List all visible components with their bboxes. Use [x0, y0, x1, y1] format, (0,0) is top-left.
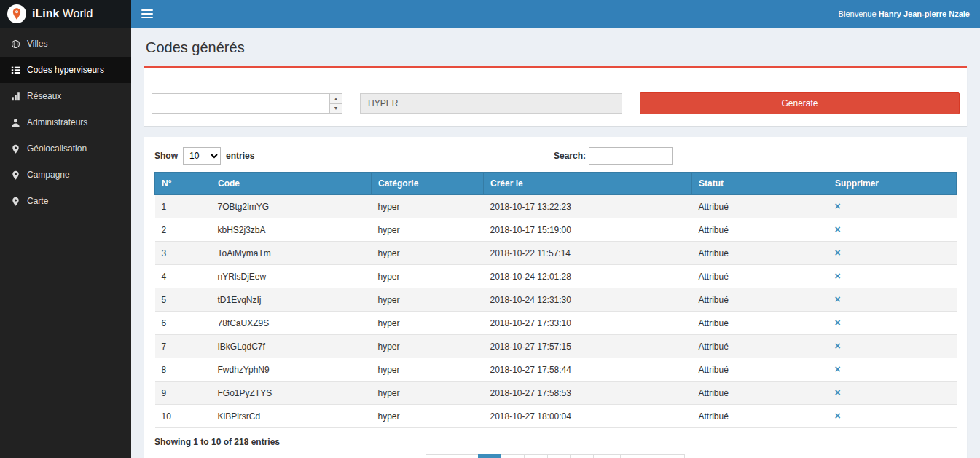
list-icon	[10, 66, 20, 75]
table-row: 1 7OBtg2lmYG hyper 2018-10-17 13:22:23 A…	[155, 195, 957, 218]
table-header-row: N° Code Catégorie Créer le Statut Suppri…	[155, 173, 957, 195]
delete-icon[interactable]: ×	[835, 410, 841, 422]
delete-icon[interactable]: ×	[835, 200, 841, 212]
code-count-stepper: ▲ ▼	[152, 93, 342, 114]
stepper-buttons: ▲ ▼	[329, 94, 342, 113]
map-marker-icon	[10, 197, 20, 206]
cell-category: hyper	[372, 405, 484, 428]
delete-icon[interactable]: ×	[835, 247, 841, 258]
delete-icon[interactable]: ×	[835, 224, 841, 235]
delete-icon[interactable]: ×	[835, 340, 841, 352]
cell-status: Attribué	[692, 242, 828, 265]
delete-icon[interactable]: ×	[835, 293, 841, 305]
generate-button[interactable]: Generate	[640, 92, 960, 114]
pagination-page-22[interactable]: 22	[620, 454, 648, 458]
search-input[interactable]	[589, 147, 673, 165]
delete-icon[interactable]: ×	[835, 363, 841, 375]
table-controls: Show 10 entries Search:	[154, 147, 957, 165]
table-row: 3 ToAiMymaTm hyper 2018-10-22 11:57:14 A…	[155, 242, 957, 265]
map-marker-icon	[10, 170, 20, 180]
cell-num: 2	[155, 218, 211, 242]
cell-code: FGo1PyZTYS	[211, 382, 372, 405]
sidebar-item-label: Villes	[27, 39, 47, 49]
cell-num: 5	[155, 288, 211, 312]
pagination-page-5[interactable]: 5	[570, 454, 594, 458]
category-input[interactable]	[360, 93, 622, 114]
cell-category: hyper	[372, 288, 484, 312]
table-row: 5 tD1EvqNzIj hyper 2018-10-24 12:31:30 A…	[155, 288, 957, 312]
cell-code: nYRlsDjEew	[211, 265, 372, 288]
sidebar-item-geolocalisation[interactable]: Géolocalisation	[0, 135, 131, 162]
content-column: Bienvenue Hanry Jean-pierre Nzale Codes …	[131, 0, 980, 458]
pagination: Previous12345…22Next	[426, 454, 685, 458]
delete-icon[interactable]: ×	[835, 270, 841, 282]
cell-category: hyper	[372, 265, 484, 288]
page-title: Codes générés	[146, 39, 967, 56]
cell-code: IBkGLqdC7f	[211, 335, 372, 358]
sidebar-item-carte[interactable]: Carte	[0, 188, 131, 214]
column-header-code: Code	[211, 173, 372, 195]
cell-category: hyper	[372, 382, 484, 405]
page-length-control: Show 10 entries	[154, 147, 254, 165]
cell-num: 10	[155, 405, 211, 428]
column-header-status: Statut	[692, 173, 828, 195]
pagination-previous-button[interactable]: Previous	[426, 454, 479, 458]
table-row: 8 FwdhzYphN9 hyper 2018-10-27 17:58:44 A…	[155, 358, 957, 382]
globe-icon	[10, 39, 20, 49]
sidebar-toggle-button[interactable]	[141, 9, 153, 18]
show-label: Show	[154, 151, 178, 161]
stepper-up-icon[interactable]: ▲	[330, 94, 342, 104]
cell-created: 2018-10-27 17:33:10	[484, 312, 692, 335]
cell-num: 6	[155, 312, 211, 335]
sidebar-item-campagne[interactable]: Campagne	[0, 162, 131, 188]
cell-created: 2018-10-17 13:22:23	[484, 195, 692, 218]
map-marker-icon	[10, 144, 20, 154]
pagination-page-4[interactable]: 4	[547, 454, 571, 458]
sidebar-item-villes[interactable]: Villes	[0, 31, 131, 57]
cell-category: hyper	[372, 358, 484, 382]
table-row: 9 FGo1PyZTYS hyper 2018-10-27 17:58:53 A…	[155, 382, 957, 405]
pagination-page-1[interactable]: 1	[478, 454, 502, 458]
cell-status: Attribué	[692, 382, 828, 405]
main-content: Codes générés ▲ ▼ Generate	[131, 28, 980, 458]
pagination-page-3[interactable]: 3	[524, 454, 548, 458]
top-navbar: Bienvenue Hanry Jean-pierre Nzale	[131, 0, 980, 28]
brand-title: iLink World	[32, 7, 93, 20]
cell-status: Attribué	[692, 312, 828, 335]
code-count-input[interactable]	[152, 93, 342, 114]
cell-created: 2018-10-24 12:01:28	[484, 265, 692, 288]
cell-category: hyper	[372, 218, 484, 242]
user-icon	[10, 118, 20, 127]
table-row: 7 IBkGLqdC7f hyper 2018-10-27 17:57:15 A…	[155, 335, 957, 358]
page-length-select[interactable]: 10	[183, 147, 221, 165]
sidebar-item-reseaux[interactable]: Réseaux	[0, 83, 131, 109]
cell-code: FwdhzYphN9	[211, 358, 372, 382]
code-generator-panel: ▲ ▼ Generate	[144, 66, 967, 126]
cell-status: Attribué	[692, 358, 828, 382]
delete-icon[interactable]: ×	[835, 317, 841, 328]
pagination-page-2[interactable]: 2	[501, 454, 525, 458]
sidebar-item-administrateurs[interactable]: Administrateurs	[0, 109, 131, 135]
delete-icon[interactable]: ×	[835, 387, 841, 398]
column-header-category: Catégorie	[372, 173, 484, 195]
cell-status: Attribué	[692, 195, 828, 218]
cell-status: Attribué	[692, 265, 828, 288]
table-row: 10 KiBPirsrCd hyper 2018-10-27 18:00:04 …	[155, 405, 957, 428]
app-window: iLink World Villes Codes hyperviseurs Ré…	[0, 0, 980, 458]
search-label: Search:	[554, 151, 586, 161]
entries-label: entries	[226, 151, 254, 161]
search-control: Search:	[554, 147, 673, 165]
sidebar: iLink World Villes Codes hyperviseurs Ré…	[0, 0, 131, 458]
pagination-ellipsis[interactable]: …	[593, 454, 621, 458]
cell-created: 2018-10-22 11:57:14	[484, 242, 692, 265]
sidebar-item-codes-hyperviseurs[interactable]: Codes hyperviseurs	[0, 57, 131, 83]
pagination-next-button[interactable]: Next	[648, 454, 685, 458]
stepper-down-icon[interactable]: ▼	[330, 104, 342, 114]
cell-code: tD1EvqNzIj	[211, 288, 372, 312]
sidebar-item-label: Réseaux	[27, 91, 61, 101]
column-header-delete: Supprimer	[828, 173, 957, 195]
cell-num: 1	[155, 195, 211, 218]
welcome-user-name: Hanry Jean-pierre Nzale	[879, 9, 970, 18]
welcome-text: Bienvenue Hanry Jean-pierre Nzale	[839, 9, 970, 18]
column-header-created: Créer le	[484, 173, 692, 195]
